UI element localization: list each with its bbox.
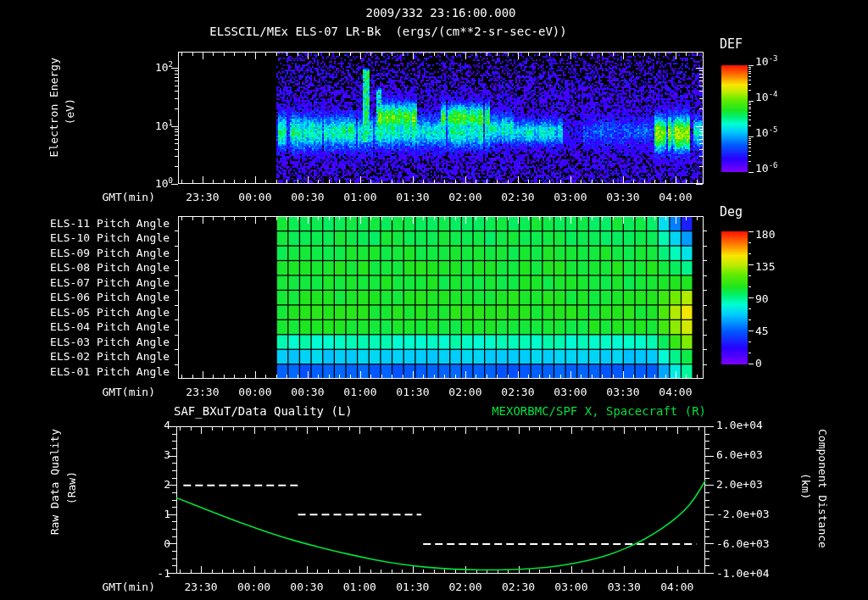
deg-colorbar-tick-label: 0 [755,358,762,369]
bottom-left-y-tick-label: 1 [120,508,170,520]
spectrogram-x-tick-label: 03:00 [554,192,587,203]
pitch-row-label: ELS-09 Pitch Angle [34,247,170,259]
bottom-right-y-tick-label: 6.0e+03 [716,449,763,461]
bottom-right-y-tick-label: 1.0e+04 [716,419,763,431]
bottom-left-y-tick-label: 4 [120,419,170,431]
bottom-panel-x-tick-label: 00:30 [290,581,323,593]
bottom-panel-x-tick-label: 02:30 [502,581,535,593]
spectrogram-x-tick-label: 02:00 [448,192,481,203]
def-colorbar-tick-label: 10-4 [755,92,778,104]
deg-colorbar-tick-label: 45 [755,325,769,337]
bottom-panel-x-tick-label: 03:00 [554,581,587,593]
spectrogram-y-axis-units: (eV) [64,98,76,125]
def-colorbar-title: DEF [720,38,743,50]
spectrogram-x-tick-label: 02:30 [501,192,534,203]
pitch-row-label: ELS-02 Pitch Angle [34,351,170,363]
spectrogram-x-tick-label: 00:00 [238,192,271,203]
pitch-row-label: ELS-11 Pitch Angle [34,218,170,230]
bottom-panel-right-title: MEXORBMC/SPF X, Spacecraft (R) [367,405,706,417]
pitch-row-label: ELS-01 Pitch Angle [34,366,170,378]
page-title: 2009/332 23:16:00.000 [14,7,868,19]
pitch-panel-x-tick-label: 00:30 [291,386,324,398]
bottom-panel-x-tick-label: 00:00 [237,581,270,593]
spectrogram-x-tick-label: 23:30 [186,192,219,203]
spectrogram-x-axis-label: GMT(min) [87,192,155,203]
pitch-row-label: ELS-08 Pitch Angle [34,262,170,274]
pitch-panel-x-tick-label: 04:00 [659,386,692,398]
pitch-panel-x-tick-label: 23:30 [186,386,219,398]
spectrogram-y-tick-label: 102 [136,62,173,75]
bottom-right-y-tick-label: 2.0e+03 [716,479,763,491]
bottom-panel-x-tick-label: 02:00 [449,581,482,593]
bottom-left-y-tick-label: 3 [120,449,170,461]
pitch-panel-x-tick-label: 03:30 [606,386,639,398]
bottom-left-y-tick-label: 2 [120,479,170,491]
spectrogram-y-axis-label: Electron Energy [48,58,60,157]
def-colorbar-tick-label: 10-5 [755,127,778,140]
spectrogram-y-tick-label: 100 [136,178,173,191]
pitch-row-label: ELS-05 Pitch Angle [34,307,170,319]
pitch-row-label: ELS-07 Pitch Angle [34,277,170,289]
bottom-left-y-axis-label: Raw Data Quality [49,429,61,535]
deg-colorbar-tick-label: 90 [755,293,769,305]
def-colorbar-tick-label: 10-6 [755,163,778,175]
spectrogram-x-tick-label: 03:30 [606,192,639,203]
pitch-row-label: ELS-10 Pitch Angle [34,232,170,244]
pitch-panel-x-axis-label: GMT(min) [87,386,155,398]
def-colorbar-tick-label: 10-3 [755,56,778,69]
bottom-panel-x-tick-label: 01:00 [343,581,376,593]
bottom-left-y-tick-label: -1 [120,568,170,580]
bottom-panel-x-tick-label: 03:30 [608,581,641,593]
bottom-right-y-tick-label: -1.0e+04 [716,568,770,580]
pitch-row-label: ELS-04 Pitch Angle [34,321,170,333]
spectrogram-y-tick-label: 101 [136,120,173,133]
bottom-panel-x-tick-label: 04:00 [660,581,693,593]
plot-screen: 2009/332 23:16:00.000 ELSSCIL/MEx ELS-07… [0,0,868,600]
deg-colorbar-title: Deg [720,206,743,218]
deg-colorbar-tick-label: 135 [755,261,775,273]
bottom-panel-x-tick-label: 23:30 [185,581,218,593]
pitch-panel-x-tick-label: 02:30 [501,386,534,398]
bottom-panel-left-title: SAF_BXuT/Data Quality (L) [174,405,353,417]
bottom-right-y-tick-label: -6.0e+03 [716,538,770,550]
bottom-panel-x-axis-label: GMT(min) [87,581,155,593]
bottom-left-y-tick-label: 0 [120,538,170,550]
spectrogram-x-tick-label: 00:30 [291,192,324,203]
pitch-panel-x-tick-label: 02:00 [448,386,481,398]
pitch-row-label: ELS-06 Pitch Angle [34,292,170,303]
bottom-right-y-axis-units: (km) [799,473,811,499]
bottom-right-y-axis-label: Component Distance [816,429,828,548]
pitch-row-label: ELS-03 Pitch Angle [34,336,170,348]
spectrogram-x-tick-label: 04:00 [659,192,692,203]
pitch-panel-x-tick-label: 00:00 [238,386,271,398]
bottom-panel-x-tick-label: 01:30 [396,581,429,593]
bottom-left-y-axis-units: (Raw) [66,471,78,504]
pitch-panel-x-tick-label: 01:00 [343,386,376,398]
spectrogram-x-tick-label: 01:30 [396,192,429,203]
spectrogram-x-tick-label: 01:00 [343,192,376,203]
pitch-panel-x-tick-label: 01:30 [396,386,429,398]
bottom-right-y-tick-label: -2.0e+03 [716,508,770,520]
plot-subtitle: ELSSCIL/MEx ELS-07 LR-Bk (ergs/(cm**2-sr… [0,25,776,37]
pitch-panel-x-tick-label: 03:00 [554,386,587,398]
deg-colorbar-tick-label: 180 [755,229,775,241]
